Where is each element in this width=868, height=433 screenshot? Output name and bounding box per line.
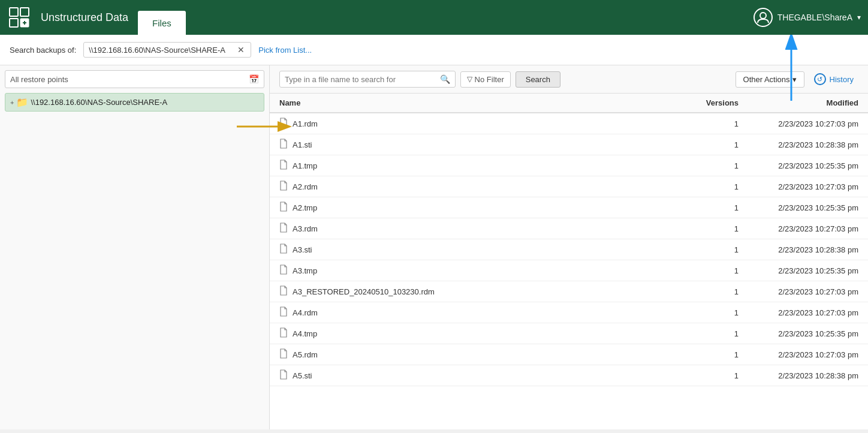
- file-versions: 1: [667, 224, 739, 233]
- tree-item-label: \\192.168.16.60\NAS-Source\SHARE-A: [31, 98, 167, 107]
- svg-rect-0: [10, 8, 18, 16]
- col-modified-header: Modified: [739, 98, 858, 107]
- table-row[interactable]: A1.sti 1 2/23/2023 10:28:38 pm: [270, 134, 868, 155]
- file-icon: [279, 181, 288, 193]
- file-versions: 1: [667, 203, 739, 212]
- other-actions-button[interactable]: Other Actions ▾: [736, 71, 804, 88]
- file-list: Name Versions Modified A1.rdm 1 2/23/202…: [270, 94, 868, 429]
- file-name-cell: A3_RESTORED_20240510_103230.rdm: [279, 285, 667, 297]
- user-menu[interactable]: THEGABLE\ShareA ▾: [754, 8, 861, 27]
- filter-icon: ▽: [467, 75, 472, 83]
- file-versions: 1: [667, 119, 739, 128]
- app-logo: [7, 5, 31, 29]
- file-modified: 2/23/2023 10:28:38 pm: [739, 371, 858, 380]
- backup-path-value: \\192.168.16.60\NAS-Source\SHARE-A: [89, 46, 233, 55]
- file-name: A1.tmp: [293, 161, 317, 170]
- table-row[interactable]: A1.rdm 1 2/23/2023 10:27:03 pm: [270, 113, 868, 134]
- files-tab[interactable]: Files: [138, 11, 186, 35]
- file-versions: 1: [667, 329, 739, 338]
- folder-tree-item[interactable]: + 📁 \\192.168.16.60\NAS-Source\SHARE-A: [5, 93, 264, 112]
- main-content: All restore points 📅 + 📁 \\192.168.16.60…: [0, 65, 868, 429]
- file-modified: 2/23/2023 10:25:35 pm: [739, 329, 858, 338]
- file-modified: 2/23/2023 10:27:03 pm: [739, 287, 858, 296]
- user-dropdown-icon[interactable]: ▾: [857, 13, 861, 22]
- table-row[interactable]: A2.tmp 1 2/23/2023 10:25:35 pm: [270, 197, 868, 218]
- svg-rect-1: [20, 8, 29, 16]
- search-button[interactable]: Search: [516, 71, 560, 88]
- file-name: A2.rdm: [293, 182, 318, 191]
- user-avatar: [754, 8, 773, 27]
- history-icon: ↺: [814, 73, 826, 85]
- file-name: A1.sti: [293, 140, 312, 149]
- file-name: A4.rdm: [293, 308, 318, 317]
- file-name-cell: A1.rdm: [279, 118, 667, 130]
- file-icon: [279, 222, 288, 234]
- file-versions: 1: [667, 308, 739, 317]
- table-row[interactable]: A4.rdm 1 2/23/2023 10:27:03 pm: [270, 302, 868, 323]
- table-row[interactable]: A3.rdm 1 2/23/2023 10:27:03 pm: [270, 218, 868, 239]
- file-name: A4.tmp: [293, 329, 317, 338]
- other-actions-dropdown-icon: ▾: [792, 75, 797, 84]
- pick-from-list-link[interactable]: Pick from List...: [258, 46, 312, 55]
- file-search-field-wrap[interactable]: 🔍: [279, 71, 456, 88]
- file-versions: 1: [667, 161, 739, 170]
- calendar-icon: 📅: [249, 74, 259, 84]
- file-icon: [279, 202, 288, 214]
- search-backups-bar: Search backups of: \\192.168.16.60\NAS-S…: [0, 35, 868, 65]
- file-name: A5.sti: [293, 371, 312, 380]
- file-name-cell: A3.tmp: [279, 264, 667, 276]
- table-row[interactable]: A3.tmp 1 2/23/2023 10:25:35 pm: [270, 260, 868, 281]
- table-row[interactable]: A5.sti 1 2/23/2023 10:28:38 pm: [270, 365, 868, 386]
- file-list-header: Name Versions Modified: [270, 94, 868, 113]
- svg-rect-2: [10, 19, 18, 27]
- clear-backup-path-button[interactable]: ✕: [236, 45, 246, 55]
- col-name-header: Name: [279, 98, 667, 107]
- svg-point-6: [760, 13, 766, 19]
- file-icon: [279, 160, 288, 172]
- file-name-cell: A2.tmp: [279, 202, 667, 214]
- file-search-input[interactable]: [285, 75, 436, 84]
- file-name: A3.rdm: [293, 224, 318, 233]
- file-rows-container: A1.rdm 1 2/23/2023 10:27:03 pm A1.sti 1 …: [270, 113, 868, 386]
- search-backups-label: Search backups of:: [10, 46, 76, 55]
- file-icon: [279, 243, 288, 255]
- sidebar: All restore points 📅 + 📁 \\192.168.16.60…: [0, 65, 270, 429]
- file-icon: [279, 139, 288, 151]
- file-icon: [279, 348, 288, 360]
- file-name-cell: A3.rdm: [279, 222, 667, 234]
- filter-button[interactable]: ▽ No Filter: [460, 71, 511, 88]
- file-name: A3.tmp: [293, 266, 317, 275]
- file-versions: 1: [667, 140, 739, 149]
- table-row[interactable]: A3.sti 1 2/23/2023 10:28:38 pm: [270, 239, 868, 260]
- file-name-cell: A1.tmp: [279, 160, 667, 172]
- table-row[interactable]: A1.tmp 1 2/23/2023 10:25:35 pm: [270, 155, 868, 176]
- restore-points-selector[interactable]: All restore points 📅: [5, 70, 264, 88]
- expand-icon: +: [10, 99, 14, 106]
- file-versions: 1: [667, 287, 739, 296]
- file-modified: 2/23/2023 10:27:03 pm: [739, 308, 858, 317]
- backup-path-input[interactable]: \\192.168.16.60\NAS-Source\SHARE-A ✕: [83, 42, 251, 58]
- file-name: A5.rdm: [293, 350, 318, 359]
- folder-icon: 📁: [16, 97, 28, 108]
- table-row[interactable]: A5.rdm 1 2/23/2023 10:27:03 pm: [270, 344, 868, 365]
- file-modified: 2/23/2023 10:27:03 pm: [739, 350, 858, 359]
- file-name-cell: A5.rdm: [279, 348, 667, 360]
- user-name: THEGABLE\ShareA: [777, 13, 852, 22]
- file-name-cell: A3.sti: [279, 243, 667, 255]
- table-row[interactable]: A3_RESTORED_20240510_103230.rdm 1 2/23/2…: [270, 281, 868, 302]
- file-modified: 2/23/2023 10:25:35 pm: [739, 203, 858, 212]
- table-row[interactable]: A2.rdm 1 2/23/2023 10:27:03 pm: [270, 176, 868, 197]
- table-row[interactable]: A4.tmp 1 2/23/2023 10:25:35 pm: [270, 323, 868, 344]
- file-name: A1.rdm: [293, 119, 318, 128]
- app-title: Unstructured Data: [41, 11, 128, 24]
- file-modified: 2/23/2023 10:28:38 pm: [739, 245, 858, 254]
- app-header: Unstructured Data Files THEGABLE\ShareA …: [0, 0, 868, 35]
- file-name: A2.tmp: [293, 203, 317, 212]
- file-name-cell: A4.tmp: [279, 327, 667, 339]
- file-modified: 2/23/2023 10:27:03 pm: [739, 182, 858, 191]
- file-name: A3.sti: [293, 245, 312, 254]
- file-name-cell: A4.rdm: [279, 306, 667, 318]
- file-name-cell: A2.rdm: [279, 181, 667, 193]
- history-button[interactable]: ↺ History: [809, 70, 858, 88]
- file-versions: 1: [667, 350, 739, 359]
